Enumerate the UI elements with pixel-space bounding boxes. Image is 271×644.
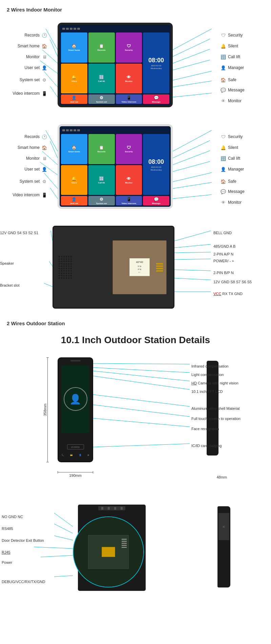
sh26	[61, 265, 62, 267]
vcc-text: VCC	[213, 292, 221, 296]
w-tile-security: 🛡 Security	[116, 134, 142, 164]
sh7	[59, 258, 60, 260]
sh14	[61, 261, 62, 262]
sh28	[66, 265, 67, 267]
clock-icon: 🕐	[41, 32, 47, 38]
sh1	[59, 256, 60, 257]
status-dot-5	[77, 28, 80, 30]
dim-horizontal: 190mm	[58, 470, 93, 478]
w-systemset-tile-label: System set	[96, 202, 107, 204]
sh43	[59, 272, 60, 274]
wl-rs485: RS485	[2, 527, 13, 531]
w-silent-tile-label: Silent	[71, 182, 77, 184]
w-phone-icon: 📱	[41, 192, 47, 198]
bp-label-485: 485/GND A B	[213, 244, 235, 248]
home-icon: 🏠	[41, 43, 47, 49]
w-userset-label: User set	[24, 167, 40, 172]
w-status-dot-2	[66, 129, 69, 131]
wl-door-detector: Door Detector Exit Button	[2, 538, 44, 542]
sh57	[63, 277, 65, 279]
clock-day: Wednesday	[151, 67, 162, 69]
message-tile-icon: 💬	[154, 95, 159, 100]
feature-tft: 10.1 inch TFT LCD	[191, 390, 223, 394]
bell-icon: 🔔	[220, 43, 226, 49]
w-tile-userset: 👤 User set	[61, 196, 87, 205]
w-status-dot-5	[77, 129, 80, 131]
sh6	[70, 256, 72, 257]
sh16	[66, 261, 67, 262]
svg-line-47	[34, 547, 73, 549]
sh47	[68, 272, 69, 274]
bp-label-vcc: VCC RX TX GND	[213, 292, 243, 296]
card-reader: ((CARD))	[67, 444, 84, 449]
message-tile-label: Message	[152, 101, 160, 103]
svg-line-14	[50, 141, 58, 158]
sh55	[59, 277, 60, 279]
sh49	[59, 275, 60, 276]
right-label-security: 🛡 Security	[220, 32, 243, 38]
w-message-right-label: Message	[228, 189, 245, 194]
pcc4	[122, 545, 127, 546]
label-userset: User set 👤	[24, 65, 47, 71]
calllift-tile-label: Call lift	[98, 80, 105, 82]
outdoor-device-main: 👤 📞 💳 👤 ⚙ ((CARD))	[58, 357, 93, 462]
w-label-videointercom: Video intercom 📱	[13, 192, 47, 198]
status-dot-2	[66, 28, 69, 30]
w-status-dot-4	[74, 129, 76, 131]
sh32	[61, 268, 62, 269]
sh39	[63, 270, 65, 271]
w-safe-icon: 🏠	[220, 178, 226, 184]
dim-right-tick	[93, 471, 93, 473]
w-smarthome-tile-label: Smart home	[68, 151, 80, 153]
w-tile-systemset: ⚙ System set	[88, 196, 115, 205]
monitor-right-label: Monitor	[228, 98, 242, 103]
feature-hd: HD Camera with night vision	[191, 381, 238, 385]
pin1	[156, 263, 163, 264]
sh44	[61, 272, 62, 274]
w-systemset-tile-icon: ⚙	[100, 197, 103, 202]
tc1	[101, 507, 103, 510]
wr-label-security: 🛡 Security	[220, 134, 243, 140]
circuit-board: 40*40 P NP N+ -	[112, 240, 167, 294]
sh53	[68, 275, 69, 276]
bp-label-2pin-a: 2-PIN A/P N	[213, 252, 233, 256]
w-clock-date: 2023-03-15	[151, 166, 162, 168]
monitor-label: Monitor	[26, 54, 40, 59]
wl-debug: DEBUG/VCC/RX/TX/GND	[2, 580, 45, 584]
w-records-label: Records	[24, 134, 40, 139]
w-records-tile-label: Records	[98, 151, 106, 153]
sh40	[66, 270, 67, 271]
userset-tile-icon: 👤	[71, 95, 77, 100]
feature-card: IC/ID card swiping	[191, 444, 222, 448]
outdoor-bottom-buttons: 📞 💳 👤 ⚙	[59, 454, 92, 456]
dim-bottom-tick	[46, 462, 49, 462]
message-right-label: Message	[228, 88, 245, 92]
svg-line-23	[173, 173, 212, 182]
w-home-icon: 🏠	[41, 145, 47, 151]
shield-icon: 🛡	[220, 32, 226, 38]
videointercom-label: Video intercom	[13, 91, 40, 96]
tile-silent: 🔔 Silent	[61, 64, 87, 94]
eye-icon: 👁	[220, 98, 226, 104]
monitor-frame-white: 🏠 Smart home 📋 Records 🛡 Security 08:00 …	[58, 124, 173, 209]
w-user-icon: 👤	[41, 166, 47, 172]
svg-line-20	[173, 140, 210, 158]
sh10	[66, 258, 67, 260]
tc3	[114, 507, 116, 510]
back-panel-frame: 40*40 P NP N+ -	[53, 226, 174, 309]
right-label-calllift: 🔢 Call lift	[220, 54, 240, 60]
right-label-message: 💬 Message	[220, 87, 245, 93]
w-security-tile-label: Security	[125, 151, 133, 153]
w-label-monitor: Monitor 🖥	[26, 155, 47, 161]
monitor-tile-label: Monitor	[125, 80, 132, 82]
tile-clock: 08:00 2023-03-15 Wednesday	[143, 32, 169, 93]
board-wiring-text: P NP N+ -	[132, 265, 147, 273]
w-safe-right-label: Safe	[228, 179, 236, 184]
bp-label-bracket: Bracket slot	[0, 283, 19, 287]
silent-tile-label: Silent	[71, 80, 77, 82]
sh37	[59, 270, 60, 271]
pcb-chip	[102, 547, 115, 557]
pcc1	[122, 539, 127, 540]
svg-line-38	[93, 371, 190, 381]
w-tile-smarthome: 🏠 Smart home	[61, 134, 87, 164]
